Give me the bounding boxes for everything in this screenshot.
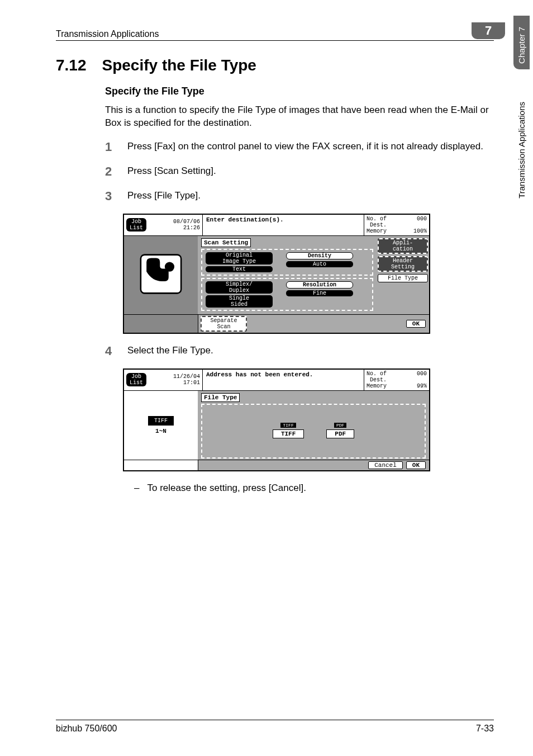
svg-point-1 xyxy=(165,262,174,272)
screen2-status: No. of Dest.000 Memory99% xyxy=(364,370,429,390)
bullet-dash: – xyxy=(134,483,139,493)
mem-label: Memory xyxy=(367,228,387,234)
tiff-label: TIFF xyxy=(273,429,304,438)
screen1-datetime: 08/07/06 21:26 xyxy=(173,219,200,231)
tiff-option[interactable]: TIFF TIFF xyxy=(273,422,304,438)
job-list-cell: Job List 08/07/06 21:26 xyxy=(124,215,203,235)
footer-page: 7-33 xyxy=(476,724,494,734)
application-button[interactable]: Appli- cation xyxy=(378,238,428,254)
screen2-dest-count: 000 xyxy=(417,371,427,383)
duplex-value[interactable]: Single Sided xyxy=(206,295,273,308)
step-4-number: 4 xyxy=(105,344,127,358)
tiff-caption: 1~N xyxy=(155,428,166,434)
phone-icon xyxy=(137,250,185,300)
screen2-header: Job List 11/26/04 17:01 Address has not … xyxy=(124,370,429,391)
step-4-text: Select the File Type. xyxy=(127,344,494,357)
screen2-time: 17:01 xyxy=(173,380,200,386)
step-2-number: 2 xyxy=(105,164,127,179)
screen1-side-buttons: Appli- cation Header Setting File Type xyxy=(377,236,429,314)
step-4: 4 Select the File Type. xyxy=(105,344,494,358)
screen2-mem-label: Memory xyxy=(367,383,387,389)
side-tab: Chapter 7 Transmission Applications xyxy=(510,0,533,302)
tiff-thumbnail: TIFF xyxy=(148,416,174,426)
section-title-text: Specify the File Type xyxy=(102,56,256,74)
side-chapter-text: Chapter 7 xyxy=(517,27,526,64)
screen1-preview xyxy=(124,236,198,314)
screen2-bottom-left xyxy=(124,460,198,470)
step-3-text: Press [File Type]. xyxy=(127,189,494,202)
screen2-body: TIFF 1~N File Type TIFF TIFF PDF PDF xyxy=(124,391,429,460)
screen2-datetime: 11/26/04 17:01 xyxy=(173,374,200,386)
screen2-message: Address has not been entered. xyxy=(203,370,364,390)
side-section-text: Transmission Applications xyxy=(517,102,526,199)
subsection-title: Specify the File Type xyxy=(105,86,494,97)
duplex-label: Simplex/ Duplex xyxy=(206,281,273,294)
mem-value: 100% xyxy=(413,228,427,234)
section-heading: 7.12Specify the File Type xyxy=(56,56,494,74)
file-type-title: File Type xyxy=(201,393,240,402)
bullet-note: –To release the setting, press [Cancel]. xyxy=(134,483,494,494)
dest-count: 000 xyxy=(417,216,427,228)
step-2: 2 Press [Scan Setting]. xyxy=(105,164,494,179)
scan-group-1: Original Image Type Text Density Auto xyxy=(201,249,373,276)
job-list-button[interactable]: Job List xyxy=(126,218,146,231)
section-number: 7.12 xyxy=(56,56,87,74)
screen1-center-panel: Scan Setting Original Image Type Text De… xyxy=(198,236,377,314)
separate-scan-button[interactable]: Separate Scan xyxy=(201,316,247,332)
step-3: 3 Press [File Type]. xyxy=(105,189,494,204)
steps-list: 1 Press [Fax] on the control panel to vi… xyxy=(105,140,494,204)
step-3-number: 3 xyxy=(105,189,127,204)
page-header: Transmission Applications 7 xyxy=(56,22,494,41)
screen2-ok-button[interactable]: OK xyxy=(406,461,426,469)
side-chapter-badge: Chapter 7 xyxy=(513,16,530,69)
chapter-number-badge: 7 xyxy=(472,22,505,39)
footer-model: bizhub 750/600 xyxy=(56,724,117,734)
scan-group-2: Simplex/ Duplex Single Sided Resolution … xyxy=(201,278,373,311)
screen2-dest-label: No. of Dest. xyxy=(367,371,387,383)
header-setting-button[interactable]: Header Setting xyxy=(378,256,428,272)
dest-label: No. of Dest. xyxy=(367,216,387,228)
screen1-message: Enter destination(s). xyxy=(203,215,364,235)
pdf-option[interactable]: PDF PDF xyxy=(326,422,354,438)
step-1-text: Press [Fax] on the control panel to view… xyxy=(127,140,494,153)
screen2-preview: TIFF 1~N xyxy=(124,391,198,460)
density-value[interactable]: Auto xyxy=(286,261,353,267)
step-1: 1 Press [Fax] on the control panel to vi… xyxy=(105,140,494,154)
steps-list-2: 4 Select the File Type. xyxy=(105,344,494,358)
screen1-header: Job List 08/07/06 21:26 Enter destinatio… xyxy=(124,215,429,236)
step-1-number: 1 xyxy=(105,140,127,154)
density-label: Density xyxy=(286,252,353,259)
resolution-value[interactable]: Fine xyxy=(286,290,353,296)
file-type-button[interactable]: File Type xyxy=(378,274,428,282)
screen1-time: 21:26 xyxy=(173,225,200,231)
file-type-options: TIFF TIFF PDF PDF xyxy=(204,422,422,438)
pdf-label: PDF xyxy=(326,429,354,438)
cancel-button[interactable]: Cancel xyxy=(368,461,403,469)
side-section-badge: Transmission Applications xyxy=(517,83,526,218)
screen1-bottom-left xyxy=(124,315,198,333)
screen1-bottom: Separate Scan OK xyxy=(124,314,429,333)
screen2-mem-value: 99% xyxy=(417,383,427,389)
intro-paragraph: This is a function to specify the File T… xyxy=(105,104,494,130)
original-type-label: Original Image Type xyxy=(206,252,273,264)
pdf-mini-icon: PDF xyxy=(334,423,346,428)
screen2-date: 11/26/04 xyxy=(173,374,200,380)
resolution-label: Resolution xyxy=(286,281,353,289)
original-type-value[interactable]: Text xyxy=(206,266,273,272)
screen1-body: Scan Setting Original Image Type Text De… xyxy=(124,236,429,314)
screen1-status: No. of Dest.000 Memory100% xyxy=(364,215,429,235)
screen2-center-panel: File Type TIFF TIFF PDF PDF xyxy=(198,391,429,460)
screen2-job-list-button[interactable]: Job List xyxy=(126,373,146,386)
lcd-screen-file-type: Job List 11/26/04 17:01 Address has not … xyxy=(123,368,430,471)
screen1-date: 08/07/06 xyxy=(173,219,200,225)
screen2-bottom: Cancel OK xyxy=(124,460,429,470)
scan-setting-title: Scan Setting xyxy=(201,238,251,247)
lcd-screen-scan-setting: Job List 08/07/06 21:26 Enter destinatio… xyxy=(123,214,430,334)
tiff-mini-icon: TIFF xyxy=(280,423,296,428)
page-footer: bizhub 750/600 7-33 xyxy=(56,720,494,734)
step-2-text: Press [Scan Setting]. xyxy=(127,164,494,178)
ok-button[interactable]: OK xyxy=(406,320,426,328)
screen2-job-list-cell: Job List 11/26/04 17:01 xyxy=(124,370,203,390)
breadcrumb: Transmission Applications xyxy=(56,29,159,39)
bullet-text: To release the setting, press [Cancel]. xyxy=(147,483,306,493)
